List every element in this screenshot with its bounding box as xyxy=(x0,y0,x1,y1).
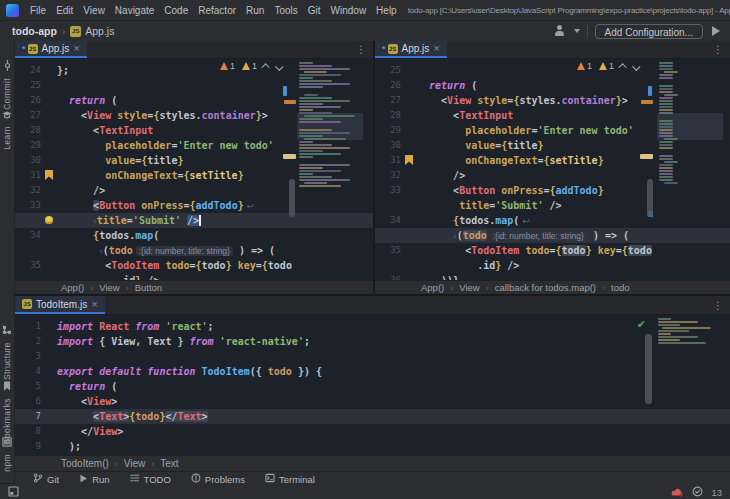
tab-todoitem-js[interactable]: TodoItem.js xyxy=(15,296,105,314)
line-number[interactable]: 8 xyxy=(15,424,41,439)
line-number[interactable] xyxy=(375,228,401,243)
line-number[interactable]: 4 xyxy=(15,364,41,379)
code-line[interactable]: 9); xyxy=(15,439,730,454)
line-number[interactable]: 30 xyxy=(375,138,401,153)
intention-bulb-icon[interactable] xyxy=(45,216,53,224)
code-editor-right[interactable]: 2526return (27<View style={styles.contai… xyxy=(375,59,730,280)
line-number[interactable]: 33 xyxy=(15,198,41,213)
line-number[interactable] xyxy=(375,258,401,273)
line-number[interactable]: 1 xyxy=(15,319,41,334)
toolwindow-button-run[interactable]: Run xyxy=(79,474,109,485)
menu-item-code[interactable]: Code xyxy=(159,5,193,16)
breadcrumb-item[interactable]: todo xyxy=(611,282,630,293)
code-line[interactable]: 5return ( xyxy=(15,379,730,394)
toolwindow-button-terminal[interactable]: Terminal xyxy=(265,473,315,485)
inspections-widget[interactable]: 11 xyxy=(220,61,283,71)
line-number[interactable]: 6 xyxy=(15,394,41,409)
line-number[interactable] xyxy=(15,213,41,228)
breadcrumb-item[interactable]: View xyxy=(459,282,479,293)
tool-windows-icon[interactable] xyxy=(8,486,19,499)
more-options-icon[interactable] xyxy=(713,300,730,311)
scrollbar-thumb[interactable] xyxy=(289,179,295,217)
code-line[interactable]: 1import React from 'react'; xyxy=(15,319,730,334)
breadcrumb-item[interactable]: TodoItem() xyxy=(61,458,109,469)
menu-item-refactor[interactable]: Refactor xyxy=(193,5,241,16)
line-number[interactable]: 34 xyxy=(15,228,41,243)
breadcrumb-project[interactable]: todo-app xyxy=(12,25,57,37)
line-number[interactable]: 24 xyxy=(15,63,41,78)
line-number[interactable]: 25 xyxy=(375,63,401,78)
line-number[interactable]: 31 xyxy=(15,168,41,183)
scrollbar-thumb[interactable] xyxy=(647,179,653,217)
line-number[interactable]: 35 xyxy=(15,258,41,273)
menu-item-edit[interactable]: Edit xyxy=(51,5,78,16)
line-number[interactable]: 29 xyxy=(375,123,401,138)
inspections-widget[interactable]: 11 xyxy=(577,61,640,71)
warning-badge[interactable]: 1 xyxy=(577,61,592,71)
stripe-item-structure[interactable]: Structure xyxy=(0,321,14,380)
code-line[interactable]: 7<Text>{todo}</Text> xyxy=(15,409,730,424)
prev-issue-icon[interactable] xyxy=(261,63,269,71)
line-number[interactable]: 32 xyxy=(15,183,41,198)
event-clock-icon[interactable] xyxy=(692,486,703,499)
code-line[interactable]: 6<View> xyxy=(15,394,730,409)
prev-issue-icon[interactable] xyxy=(618,63,626,71)
breadcrumb-item[interactable]: callback for todos.map() xyxy=(495,282,596,293)
stripe-item-npm[interactable]: npm xyxy=(0,433,14,472)
breadcrumb-file[interactable]: App.js xyxy=(85,25,114,37)
breadcrumb-item[interactable]: Text xyxy=(160,458,178,469)
code-line[interactable]: 2import { View, Text } from 'react-nativ… xyxy=(15,334,730,349)
line-number[interactable]: 28 xyxy=(375,108,401,123)
scrollbar-thumb[interactable] xyxy=(645,334,652,404)
dropdown-caret-icon[interactable] xyxy=(574,29,580,33)
code-line[interactable]: 3 xyxy=(15,349,730,364)
menu-item-run[interactable]: Run xyxy=(241,5,269,16)
breadcrumb-item[interactable]: App() xyxy=(421,282,444,293)
line-number[interactable]: 29 xyxy=(15,138,41,153)
warning-badge[interactable]: 1 xyxy=(220,61,235,71)
line-number[interactable]: 9 xyxy=(15,439,41,454)
line-number[interactable]: 30 xyxy=(15,153,41,168)
more-options-icon[interactable] xyxy=(713,44,730,55)
add-configuration-button[interactable]: Add Configuration... xyxy=(595,24,703,39)
line-number[interactable]: 35 xyxy=(375,243,401,258)
user-icon[interactable] xyxy=(553,25,567,37)
line-number[interactable] xyxy=(15,243,41,258)
line-number[interactable]: 2 xyxy=(15,334,41,349)
line-number[interactable]: 7 xyxy=(15,409,41,424)
line-number[interactable] xyxy=(15,273,41,280)
line-number[interactable]: 25 xyxy=(15,78,41,93)
menu-item-window[interactable]: Window xyxy=(326,5,372,16)
menu-item-file[interactable]: File xyxy=(25,5,51,16)
more-options-icon[interactable] xyxy=(356,44,373,55)
breadcrumb-item[interactable]: View xyxy=(99,282,119,293)
breadcrumb-item[interactable]: Button xyxy=(135,282,162,293)
line-number[interactable]: 3 xyxy=(15,349,41,364)
code-line[interactable]: 10} xyxy=(15,454,730,455)
line-number[interactable]: 5 xyxy=(15,379,41,394)
line-number[interactable]: 26 xyxy=(375,78,401,93)
menu-item-tools[interactable]: Tools xyxy=(269,5,302,16)
line-number[interactable]: 36 xyxy=(375,273,401,280)
close-icon[interactable] xyxy=(91,299,97,310)
bookmark-icon[interactable] xyxy=(405,155,413,165)
code-line[interactable]: 8</View> xyxy=(15,424,730,439)
tab-app-js-left[interactable]: App.js xyxy=(15,41,87,58)
code-editor-bottom[interactable]: 1import React from 'react';2import { Vie… xyxy=(15,315,730,455)
bookmark-icon[interactable] xyxy=(45,170,53,180)
breadcrumb-item[interactable]: View xyxy=(124,458,146,469)
events-count[interactable]: 13 xyxy=(711,487,722,498)
minimap[interactable] xyxy=(656,317,718,453)
line-number[interactable]: 27 xyxy=(375,93,401,108)
menu-item-view[interactable]: View xyxy=(78,5,110,16)
menu-item-git[interactable]: Git xyxy=(303,5,326,16)
app-icon[interactable] xyxy=(6,4,19,17)
sync-error-cloud-icon[interactable] xyxy=(671,487,684,499)
close-icon[interactable] xyxy=(433,43,439,54)
menu-item-help[interactable]: Help xyxy=(371,5,402,16)
code-editor-left[interactable]: 24};2526return (27<View style={styles.co… xyxy=(15,59,373,280)
stripe-item-commit[interactable]: Commit xyxy=(0,57,14,110)
minimap[interactable] xyxy=(297,61,363,278)
line-number[interactable]: 26 xyxy=(15,93,41,108)
line-number[interactable]: 10 xyxy=(15,454,41,455)
